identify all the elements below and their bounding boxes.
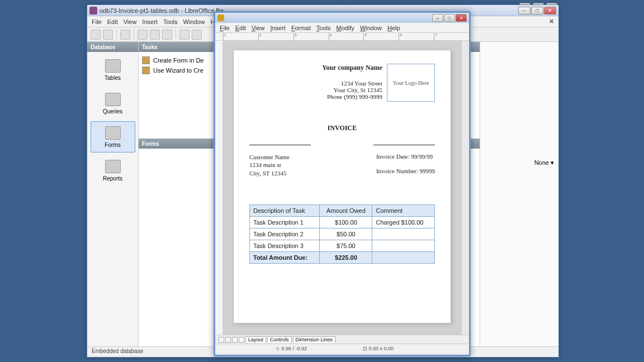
- company-name: Your company Name: [322, 64, 382, 72]
- inner-close-button[interactable]: ✕: [549, 18, 554, 25]
- company-city: Your City, St 12345: [322, 87, 382, 93]
- status-text: Embedded database: [92, 348, 143, 354]
- tab-nav-first-icon[interactable]: [219, 337, 224, 342]
- database-panel-header: Database: [87, 42, 138, 52]
- db-item-forms[interactable]: Forms: [91, 121, 135, 153]
- total-label: Total Amount Due:: [250, 252, 320, 264]
- tab-nav-prev-icon[interactable]: [225, 337, 231, 342]
- ruler-tick: 2: [258, 33, 293, 40]
- menu-insert[interactable]: Insert: [142, 18, 158, 25]
- tab-nav-last-icon[interactable]: [239, 337, 244, 342]
- table-header-row: Description of Task Amount Owed Comment: [250, 205, 435, 217]
- th-comment: Comment: [372, 205, 435, 217]
- invoice-table[interactable]: Description of Task Amount Owed Comment …: [249, 204, 435, 264]
- toolbar-separator: [116, 30, 117, 40]
- divider-line: [249, 145, 311, 145]
- writer-minimize-button[interactable]: –: [432, 14, 443, 22]
- toolbar-separator: [134, 30, 134, 40]
- company-street: 1234 Your Street: [322, 80, 382, 87]
- tab-dimension[interactable]: Dimension Lines: [293, 336, 336, 342]
- status-coords: ⊹ 6.96 / -0.92: [276, 346, 307, 351]
- writer-close-button[interactable]: ✕: [456, 14, 467, 22]
- horizontal-ruler[interactable]: 1 2 3 4 5 6 7: [215, 33, 469, 41]
- invoice-date: Invoice Date: 99/99/99: [376, 153, 435, 160]
- tables-icon: [105, 59, 121, 73]
- table-row[interactable]: Task Description 1 $100.00 Charged $100.…: [250, 217, 435, 228]
- toolbar-copy-icon[interactable]: [138, 30, 148, 40]
- task-label: Create Form in De: [153, 57, 203, 64]
- db-item-label: Queries: [103, 108, 122, 115]
- writer-window: – □ ✕ File Edit View Insert Format Tools…: [214, 11, 471, 356]
- reports-icon: [105, 160, 121, 173]
- cell-comment: [372, 228, 435, 240]
- tab-nav-next-icon[interactable]: [232, 337, 238, 342]
- db-item-tables[interactable]: Tables: [91, 54, 135, 85]
- document-page[interactable]: Your company Name 1234 Your Street Your …: [233, 50, 451, 323]
- wizard-icon: [142, 66, 150, 74]
- menu-window[interactable]: Window: [183, 18, 205, 25]
- tab-controls[interactable]: Controls: [267, 336, 292, 342]
- wmenu-edit[interactable]: Edit: [235, 25, 246, 31]
- toolbar-sort-icon[interactable]: [162, 30, 172, 40]
- toolbar-help-icon[interactable]: [192, 30, 202, 40]
- wmenu-format[interactable]: Format: [291, 25, 311, 31]
- customer-block: Customer Name 1234 main st City, ST 1234…: [249, 153, 290, 182]
- company-phone: Phone (999) 999-9999: [322, 93, 382, 100]
- ruler-tick: 6: [399, 33, 434, 40]
- cell-desc: Task Description 1: [250, 217, 320, 228]
- base-maximize-button[interactable]: □: [531, 7, 543, 15]
- wmenu-window[interactable]: Window: [360, 25, 382, 31]
- logo-placeholder[interactable]: Your Logo Here: [387, 64, 435, 102]
- writer-maximize-button[interactable]: □: [444, 14, 455, 22]
- th-desc: Description of Task: [250, 205, 320, 217]
- ruler-tick: 3: [293, 33, 329, 40]
- ruler-tick: 1: [223, 33, 258, 40]
- menu-view[interactable]: View: [124, 18, 137, 25]
- meta-block: Invoice Date: 99/99/99 Invoice Number: 9…: [376, 153, 435, 182]
- writer-titlebar[interactable]: – □ ✕: [215, 13, 469, 23]
- logo-text: Your Logo Here: [392, 80, 429, 86]
- toolbar-paste-icon[interactable]: [150, 30, 160, 40]
- db-item-reports[interactable]: Reports: [91, 155, 135, 186]
- vertical-scrollbar[interactable]: [461, 41, 469, 335]
- divider-line: [373, 145, 435, 145]
- cell-amount: $50.00: [320, 228, 372, 240]
- divider-row: [249, 145, 435, 145]
- page-viewport[interactable]: Your company Name 1234 Your Street Your …: [223, 41, 461, 335]
- base-close-button[interactable]: ✕: [544, 7, 556, 15]
- cell-amount: $75.00: [320, 240, 372, 252]
- table-row[interactable]: Task Description 3 $75.00: [250, 240, 435, 252]
- company-info: Your company Name 1234 Your Street Your …: [322, 64, 382, 102]
- customer-name: Customer Name: [249, 153, 290, 161]
- db-item-label: Tables: [105, 75, 121, 81]
- ruler-tick: 7: [434, 33, 469, 40]
- menu-file[interactable]: File: [92, 18, 102, 25]
- toolbar-new-icon[interactable]: [91, 30, 101, 40]
- table-row[interactable]: Task Description 2 $50.00: [250, 228, 435, 240]
- none-dropdown[interactable]: None ▾: [534, 159, 554, 166]
- vertical-ruler[interactable]: [215, 41, 223, 335]
- wmenu-tools[interactable]: Tools: [316, 25, 331, 31]
- toolbar-open-icon[interactable]: [103, 30, 113, 40]
- total-value: $225.00: [320, 252, 372, 264]
- wmenu-modify[interactable]: Modify: [336, 25, 354, 31]
- ruler-tick: 5: [363, 33, 399, 40]
- db-item-label: Reports: [103, 175, 122, 182]
- base-minimize-button[interactable]: –: [518, 7, 531, 15]
- tab-layout[interactable]: Layout: [245, 336, 266, 342]
- menu-tools[interactable]: Tools: [163, 18, 178, 25]
- wmenu-help[interactable]: Help: [387, 25, 400, 31]
- menu-edit[interactable]: Edit: [107, 18, 118, 25]
- queries-icon: [105, 93, 121, 106]
- db-item-queries[interactable]: Queries: [91, 88, 135, 119]
- toolbar-save-icon[interactable]: [120, 30, 130, 40]
- wmenu-insert[interactable]: Insert: [270, 25, 286, 31]
- database-panel: Database Tables Queries Forms Reports: [87, 42, 139, 346]
- wmenu-view[interactable]: View: [252, 25, 265, 31]
- db-item-label: Forms: [105, 142, 120, 148]
- wmenu-file[interactable]: File: [220, 25, 230, 31]
- writer-app-icon: [217, 15, 224, 21]
- table-total-row: Total Amount Due: $225.00: [250, 252, 435, 264]
- writer-canvas: Your company Name 1234 Your Street Your …: [215, 41, 469, 335]
- toolbar-form-icon[interactable]: [179, 30, 190, 40]
